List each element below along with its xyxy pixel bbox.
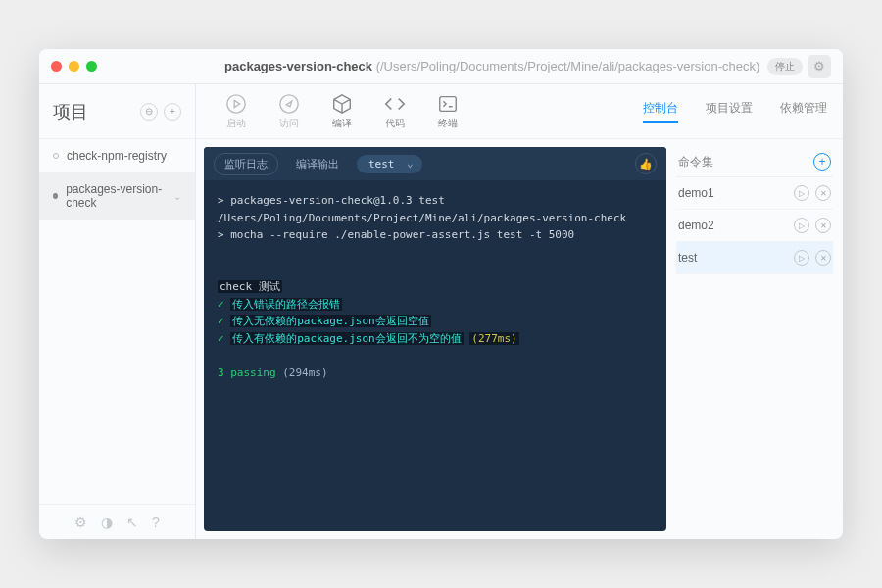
build-button[interactable]: 编译 <box>318 93 367 130</box>
tab-settings[interactable]: 项目设置 <box>706 100 753 122</box>
test-line: ✓ 传入有依赖的package.json会返回不为空的值 (277ms) <box>218 330 653 348</box>
log-tab[interactable]: 监听日志 <box>214 153 278 175</box>
terminal-button[interactable]: 终端 <box>423 93 472 130</box>
sidebar-title: 项目 <box>53 100 88 123</box>
tool-label: 代码 <box>385 117 405 130</box>
play-icon: ▷ <box>799 189 805 198</box>
tab-deps[interactable]: 依赖管理 <box>780 100 827 122</box>
code-icon <box>384 93 406 115</box>
status-dot-icon <box>53 193 58 199</box>
console-bar: 监听日志 编译输出 test 👍 <box>204 147 666 180</box>
close-icon: ✕ <box>820 221 827 230</box>
output-line: > packages-version-check@1.0.3 test /Use… <box>218 192 653 226</box>
play-icon: ▷ <box>799 254 805 263</box>
sidebar-footer: ⚙ ◑ ↖ ? <box>39 504 195 539</box>
compile-tab[interactable]: 编译输出 <box>286 154 349 174</box>
project-name: packages-version-check <box>224 59 372 74</box>
settings-button[interactable]: ⚙ <box>808 55 831 78</box>
delete-command-button[interactable]: ✕ <box>815 250 831 266</box>
sidebar-item-check-npm-registry[interactable]: check-npm-registry <box>39 139 195 172</box>
test-line: ✓ 传入无依赖的package.json会返回空值 <box>218 313 653 330</box>
command-label: demo2 <box>678 219 714 232</box>
window-title: packages-version-check (/Users/Poling/Do… <box>224 59 760 74</box>
command-item-demo2[interactable]: demo2▷✕ <box>676 210 833 242</box>
close-icon: ✕ <box>820 254 827 263</box>
command-title: 命令集 <box>678 154 713 171</box>
main-tabs: 控制台 项目设置 依赖管理 <box>643 100 827 122</box>
app-body: 项目 ⊖ + check-npm-registry packages-versi… <box>39 84 843 539</box>
plus-icon: + <box>818 155 825 169</box>
command-item-test[interactable]: test▷✕ <box>676 242 833 274</box>
svg-point-1 <box>280 94 298 112</box>
content-area: 监听日志 编译输出 test 👍 > packages-version-chec… <box>196 139 843 539</box>
project-path: (/Users/Poling/Documents/Project/Mine/al… <box>376 59 760 74</box>
tab-console[interactable]: 控制台 <box>643 100 678 122</box>
main-area: 启动 访问 编译 代码 终端 控制台 项目设置 依赖管理 监听日志 编译输出 t… <box>196 84 843 539</box>
thumbs-up-icon: 👍 <box>639 158 653 171</box>
delete-command-button[interactable]: ✕ <box>815 218 831 233</box>
command-label: test <box>678 251 697 265</box>
terminal-output[interactable]: > packages-version-check@1.0.3 test /Use… <box>204 180 666 531</box>
command-header: 命令集 + <box>676 147 833 177</box>
run-command-button[interactable]: ▷ <box>794 185 809 201</box>
status-dot-icon <box>53 153 59 159</box>
tool-label: 访问 <box>279 117 299 130</box>
plus-icon: + <box>170 106 175 117</box>
help-icon[interactable]: ? <box>152 514 160 530</box>
github-icon[interactable]: ◑ <box>101 514 113 530</box>
start-button[interactable]: 启动 <box>212 93 261 130</box>
minimize-icon[interactable] <box>69 61 79 72</box>
test-summary: 3 passing (294ms) <box>218 365 653 382</box>
play-icon <box>225 93 247 115</box>
test-suite: check 测试 <box>218 278 653 296</box>
add-command-button[interactable]: + <box>813 153 831 171</box>
test-line: ✓ 传入错误的路径会报错 <box>218 296 653 314</box>
console-panel: 监听日志 编译输出 test 👍 > packages-version-chec… <box>204 147 666 531</box>
stop-button[interactable]: 停止 <box>767 58 803 75</box>
titlebar: packages-version-check (/Users/Poling/Do… <box>39 49 843 84</box>
cursor-icon[interactable]: ↖ <box>126 514 138 530</box>
command-item-demo1[interactable]: demo1▷✕ <box>676 177 833 210</box>
gear-icon: ⚙ <box>813 59 825 74</box>
code-button[interactable]: 代码 <box>370 93 419 130</box>
toolbar: 启动 访问 编译 代码 终端 控制台 项目设置 依赖管理 <box>196 84 843 139</box>
zoom-icon[interactable] <box>86 61 97 72</box>
project-label: packages-version-check <box>66 182 166 210</box>
sidebar-item-packages-version-check[interactable]: packages-version-check ⌄ <box>39 172 195 220</box>
folder-button[interactable]: ⊖ <box>140 103 158 121</box>
app-window: packages-version-check (/Users/Poling/Do… <box>39 49 843 539</box>
compass-icon <box>278 93 300 115</box>
tool-label: 终端 <box>438 117 458 130</box>
thumbs-up-button[interactable]: 👍 <box>635 153 657 174</box>
svg-rect-2 <box>440 96 457 111</box>
visit-button[interactable]: 访问 <box>265 93 314 130</box>
sidebar-header: 项目 ⊖ + <box>39 84 195 139</box>
output-line: > mocha --require ./enable-power-assert.… <box>218 226 653 244</box>
svg-point-0 <box>227 94 245 112</box>
gear-icon[interactable]: ⚙ <box>74 514 87 530</box>
folder-icon: ⊖ <box>145 106 153 117</box>
project-label: check-npm-registry <box>67 149 167 163</box>
run-command-button[interactable]: ▷ <box>794 218 809 233</box>
close-icon: ✕ <box>820 189 827 198</box>
close-icon[interactable] <box>51 61 62 72</box>
delete-command-button[interactable]: ✕ <box>815 185 831 201</box>
sidebar: 项目 ⊖ + check-npm-registry packages-versi… <box>39 84 196 539</box>
command-label: demo1 <box>678 186 714 200</box>
add-project-button[interactable]: + <box>164 103 181 121</box>
box-icon <box>331 93 353 115</box>
chevron-down-icon: ⌄ <box>173 191 181 202</box>
terminal-icon <box>437 93 459 115</box>
run-command-button[interactable]: ▷ <box>794 250 809 266</box>
traffic-lights <box>51 61 97 72</box>
play-icon: ▷ <box>799 221 805 230</box>
script-select[interactable]: test <box>357 155 422 173</box>
command-panel: 命令集 + demo1▷✕ demo2▷✕ test▷✕ <box>666 139 843 539</box>
tool-label: 编译 <box>332 117 352 130</box>
tool-label: 启动 <box>226 117 246 130</box>
